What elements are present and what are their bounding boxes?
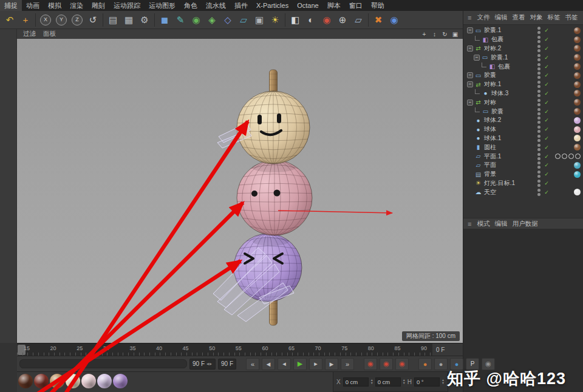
enabled-check-icon[interactable]: ✓ (544, 189, 550, 195)
tree-expander-icon[interactable]: − (467, 100, 473, 106)
enabled-check-icon[interactable]: ✓ (544, 171, 550, 177)
object-row[interactable]: ●球体.1✓ (463, 134, 583, 143)
stepper-arrow-icon[interactable]: ▾ (371, 382, 373, 385)
material-tag[interactable] (574, 126, 581, 133)
attr-menu-1[interactable]: 模式 (474, 220, 492, 228)
material-tag[interactable] (574, 63, 581, 70)
menubar-item-9[interactable]: 流水线 (202, 0, 230, 11)
coord-value-3[interactable]: 0 ° (414, 377, 440, 387)
zoom-view-icon[interactable]: ↕ (431, 31, 438, 38)
compositing-tag-icon[interactable] (555, 154, 561, 159)
om-menu-5[interactable]: 标签 (545, 13, 562, 22)
viewport-menu-1[interactable]: 过滤 (19, 30, 39, 38)
play-button[interactable]: ▶ (293, 358, 307, 370)
record-position-toggle[interactable]: ● (418, 358, 432, 370)
menubar-item-6[interactable]: 运动跟踪 (109, 0, 145, 11)
coord-value-2[interactable]: 0 cm (375, 377, 401, 387)
primitive-cube-button[interactable]: ◼ (157, 12, 172, 28)
display-mode-button[interactable]: ◧ (287, 12, 303, 28)
om-menu-6[interactable]: 书签 (562, 13, 580, 22)
enabled-check-icon[interactable]: ✓ (544, 180, 550, 186)
tree-expander-icon[interactable]: − (474, 55, 480, 61)
visibility-dots[interactable] (537, 108, 540, 115)
enabled-check-icon[interactable]: ✓ (544, 55, 550, 61)
material-tag[interactable] (574, 171, 581, 178)
material-tag[interactable] (574, 162, 581, 169)
object-row[interactable]: −⇄对称.2✓ (463, 44, 583, 53)
enabled-check-icon[interactable]: ✓ (544, 81, 550, 87)
material-tag[interactable] (574, 45, 581, 52)
visibility-dots[interactable] (537, 99, 540, 106)
lock-y-button[interactable]: Y (53, 12, 69, 28)
object-row[interactable]: ▤背景✓ (463, 170, 583, 179)
coordinate-system-button[interactable]: ↺ (85, 12, 101, 28)
menubar-item-15[interactable]: 帮助 (367, 0, 389, 11)
c4d-mode-button[interactable]: ◉ (386, 12, 402, 28)
visibility-dots[interactable] (537, 171, 540, 178)
render-picture-viewer-button[interactable]: ▦ (121, 12, 137, 28)
compositing-tag-icon[interactable] (562, 154, 567, 159)
object-row[interactable]: −⇄对称✓ (463, 98, 583, 107)
object-row[interactable]: −▭胶囊.1✓ (463, 53, 583, 62)
mograph-cloner-button[interactable]: ◈ (204, 12, 220, 28)
visibility-dots[interactable] (537, 144, 540, 151)
tree-expander-icon[interactable]: − (467, 27, 473, 33)
keyframe-selection-button[interactable]: ◉ (395, 358, 409, 370)
coord-stepper-2[interactable]: ▴▾ (403, 379, 405, 385)
pan-view-icon[interactable]: + (420, 31, 428, 38)
frame-field-stepper[interactable]: ◂▸ (206, 361, 213, 367)
menubar-item-5[interactable]: 雕刻 (87, 0, 109, 11)
stepper-arrow-icon[interactable]: ▾ (403, 382, 405, 385)
material-tag[interactable] (574, 108, 581, 115)
spline-pen-button[interactable]: ✎ (172, 12, 188, 28)
frame-field-1[interactable]: 90 F◂▸ (189, 359, 216, 370)
next-key-button[interactable]: ► (325, 358, 338, 370)
object-row[interactable]: ●球体✓ (463, 125, 583, 134)
material-tag[interactable] (574, 144, 581, 150)
goto-start-button[interactable]: « (246, 358, 259, 370)
object-row[interactable]: ●球体.3✓ (463, 89, 583, 98)
enabled-check-icon[interactable]: ✓ (544, 90, 550, 96)
om-menu-2[interactable]: 编辑 (492, 13, 510, 22)
viewport-canvas[interactable]: 网格间距 : 100 cm (17, 39, 463, 343)
object-row[interactable]: −▭胶囊✓ (463, 71, 583, 80)
object-row[interactable]: ●球体.2✓ (463, 116, 583, 125)
attr-menu-2[interactable]: 编辑 (492, 220, 510, 228)
menubar-item-11[interactable]: X-Particles (252, 0, 293, 11)
visibility-dots[interactable] (537, 72, 540, 79)
material-tag[interactable] (574, 135, 581, 141)
material-swatch-6[interactable] (97, 374, 112, 388)
solo-mode-button[interactable]: ◐ (303, 12, 319, 28)
enabled-check-icon[interactable]: ✓ (544, 100, 550, 106)
record-keyframe-button[interactable]: ◉ (364, 358, 377, 370)
tree-expander-icon[interactable]: − (467, 72, 473, 78)
snap-toggle-button[interactable]: ⊕ (335, 12, 350, 28)
material-swatch-7[interactable] (113, 374, 128, 388)
lock-x-button[interactable]: X (38, 12, 53, 28)
autokeying-button[interactable]: ◉ (380, 358, 393, 370)
tree-expander-icon[interactable]: − (467, 81, 473, 87)
material-tag[interactable] (574, 117, 581, 124)
axis-lock-button[interactable]: ✖ (370, 12, 386, 28)
light-button[interactable]: ☀ (267, 12, 283, 28)
menubar-item-4[interactable]: 渲染 (66, 0, 87, 11)
visibility-dots[interactable] (537, 161, 540, 169)
visibility-dots[interactable] (537, 36, 540, 43)
visibility-dots[interactable] (537, 189, 540, 196)
enabled-check-icon[interactable]: ✓ (544, 109, 550, 115)
material-tag[interactable] (574, 99, 581, 106)
material-tag[interactable] (574, 36, 581, 43)
menubar-item-7[interactable]: 运动图形 (145, 0, 180, 11)
visibility-dots[interactable] (537, 135, 540, 142)
visibility-dots[interactable] (537, 81, 540, 88)
object-row[interactable]: ◧包裹✓ (463, 62, 583, 71)
compositing-tag-icon[interactable] (568, 154, 574, 159)
enabled-check-icon[interactable]: ✓ (544, 72, 550, 78)
enabled-check-icon[interactable]: ✓ (544, 36, 550, 42)
workplane-button[interactable]: ▱ (350, 12, 366, 28)
camera-button[interactable]: ▣ (251, 12, 267, 28)
material-tag[interactable] (574, 90, 581, 96)
menubar-item-1[interactable]: 捕捉 (0, 0, 22, 11)
viewport-menu-2[interactable]: 面板 (39, 30, 60, 38)
material-swatch-1[interactable] (18, 374, 33, 388)
